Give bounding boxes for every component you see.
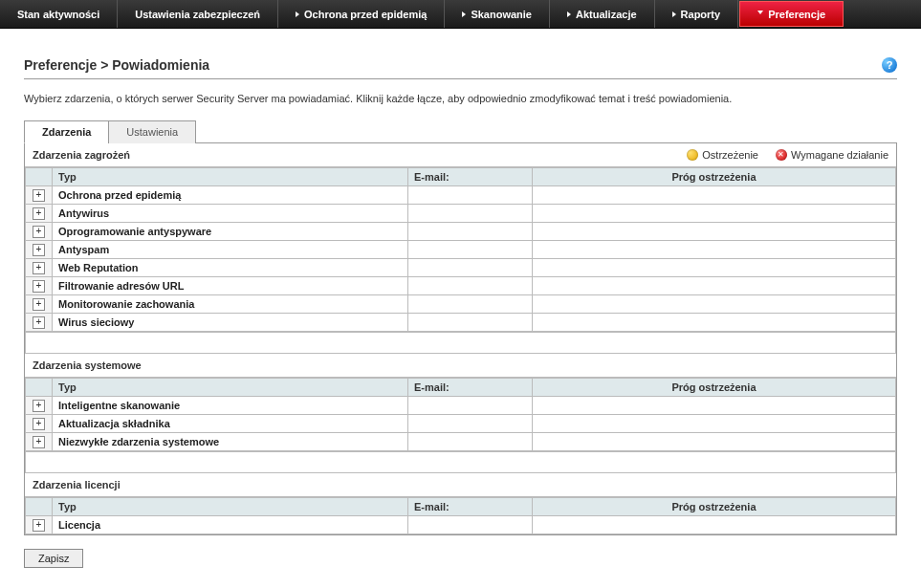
save-row: Zapisz: [24, 535, 897, 568]
table-row: +Licencja: [26, 516, 896, 534]
col-expand: [26, 168, 53, 186]
legend-warning-label: Ostrzeżenie: [702, 149, 758, 161]
col-expand: [26, 498, 53, 516]
legend-action: Wymagane działanie: [776, 149, 888, 161]
expand-icon[interactable]: +: [33, 436, 45, 448]
threshold-cell: [533, 205, 896, 223]
expand-icon[interactable]: +: [33, 262, 45, 274]
events-table: TypE-mail:Próg ostrzeżenia+Licencja: [25, 497, 896, 534]
email-cell: [408, 277, 533, 295]
expand-icon[interactable]: +: [33, 280, 45, 293]
legend: OstrzeżenieWymagane działanie: [687, 149, 888, 161]
expand-cell: +: [26, 433, 53, 451]
expand-cell: +: [26, 223, 53, 241]
expand-icon[interactable]: +: [33, 244, 45, 256]
expand-cell: +: [26, 415, 53, 433]
threshold-cell: [533, 397, 896, 415]
section-gap: [25, 332, 896, 354]
expand-icon[interactable]: +: [33, 189, 45, 202]
type-cell[interactable]: Wirus sieciowy: [53, 314, 408, 332]
col-expand: [26, 379, 53, 397]
nav-item-ustawienia-zabezpiecze-[interactable]: Ustawienia zabezpieczeń: [118, 0, 278, 28]
expand-cell: +: [26, 241, 53, 259]
email-cell: [408, 223, 533, 241]
nav-item-raporty[interactable]: Raporty: [655, 0, 739, 28]
legend-warning: Ostrzeżenie: [687, 149, 758, 161]
warning-icon: [687, 149, 698, 161]
expand-cell: +: [26, 186, 53, 205]
email-cell: [408, 397, 533, 415]
section-gap: [25, 451, 896, 473]
expand-icon[interactable]: +: [33, 207, 45, 220]
threshold-cell: [533, 241, 896, 259]
threshold-cell: [533, 259, 896, 277]
threshold-cell: [533, 314, 896, 332]
table-row: +Wirus sieciowy: [26, 314, 896, 332]
threshold-cell: [533, 415, 896, 433]
table-row: +Antywirus: [26, 205, 896, 223]
events-panel: Zdarzenia zagrożeńOstrzeżenieWymagane dz…: [24, 143, 897, 535]
chevron-icon: [757, 11, 763, 17]
nav-item-label: Raporty: [681, 9, 721, 20]
chevron-icon: [672, 11, 676, 17]
type-cell[interactable]: Antywirus: [53, 205, 408, 223]
help-icon[interactable]: ?: [882, 57, 897, 73]
section-header: Zdarzenia zagrożeńOstrzeżenieWymagane dz…: [25, 143, 896, 167]
type-cell[interactable]: Web Reputation: [53, 259, 408, 277]
type-cell[interactable]: Inteligentne skanowanie: [53, 397, 408, 415]
col-type: Typ: [53, 379, 408, 397]
nav-item-label: Skanowanie: [471, 9, 532, 20]
nav-item-skanowanie[interactable]: Skanowanie: [445, 0, 550, 28]
tab-events[interactable]: Zdarzenia: [24, 120, 109, 143]
type-cell[interactable]: Monitorowanie zachowania: [53, 295, 408, 314]
type-cell[interactable]: Oprogramowanie antyspyware: [53, 223, 408, 241]
type-cell[interactable]: Licencja: [53, 516, 408, 534]
nav-item-preferencje[interactable]: Preferencje: [739, 1, 844, 27]
save-button[interactable]: Zapisz: [24, 549, 83, 568]
table-row: +Ochrona przed epidemią: [26, 186, 896, 205]
table-row: +Inteligentne skanowanie: [26, 397, 896, 415]
col-threshold: Próg ostrzeżenia: [533, 168, 896, 186]
expand-cell: +: [26, 259, 53, 277]
type-cell[interactable]: Filtrowanie adresów URL: [53, 277, 408, 295]
threshold-cell: [533, 433, 896, 451]
chevron-icon: [296, 11, 299, 17]
events-table: TypE-mail:Próg ostrzeżenia+Inteligentne …: [25, 378, 896, 451]
breadcrumb: Preferencje > Powiadomienia: [24, 57, 209, 73]
tab-settings[interactable]: Ustawienia: [108, 120, 196, 143]
threshold-cell: [533, 223, 896, 241]
expand-icon[interactable]: +: [33, 418, 45, 430]
expand-cell: +: [26, 277, 53, 295]
events-table: TypE-mail:Próg ostrzeżenia+Ochrona przed…: [25, 167, 896, 332]
section-header: Zdarzenia systemowe: [25, 354, 896, 378]
expand-icon[interactable]: +: [33, 400, 45, 412]
nav-item-ochrona-przed-epidemi-[interactable]: Ochrona przed epidemią: [278, 0, 445, 28]
type-cell[interactable]: Niezwykłe zdarzenia systemowe: [53, 433, 408, 451]
nav-item-label: Ochrona przed epidemią: [304, 9, 427, 20]
type-cell[interactable]: Aktualizacja składnika: [53, 415, 408, 433]
expand-icon[interactable]: +: [33, 519, 45, 532]
table-row: +Monitorowanie zachowania: [26, 295, 896, 314]
nav-item-aktualizacje[interactable]: Aktualizacje: [550, 0, 655, 28]
email-cell: [408, 415, 533, 433]
type-cell[interactable]: Ochrona przed epidemią: [53, 186, 408, 205]
expand-cell: +: [26, 314, 53, 332]
expand-icon[interactable]: +: [33, 316, 45, 329]
expand-icon[interactable]: +: [33, 226, 45, 238]
email-cell: [408, 433, 533, 451]
expand-icon[interactable]: +: [33, 298, 45, 311]
email-cell: [408, 516, 533, 534]
col-email: E-mail:: [408, 168, 533, 186]
expand-cell: +: [26, 295, 53, 314]
nav-item-label: Stan aktywności: [17, 9, 99, 20]
table-row: +Niezwykłe zdarzenia systemowe: [26, 433, 896, 451]
nav-item-label: Aktualizacje: [576, 9, 637, 20]
nav-item-stan-aktywno-ci[interactable]: Stan aktywności: [0, 0, 118, 28]
col-type: Typ: [53, 498, 408, 516]
table-row: +Web Reputation: [26, 259, 896, 277]
type-cell[interactable]: Antyspam: [53, 241, 408, 259]
email-cell: [408, 259, 533, 277]
expand-cell: +: [26, 205, 53, 223]
chevron-icon: [462, 11, 466, 17]
email-cell: [408, 314, 533, 332]
